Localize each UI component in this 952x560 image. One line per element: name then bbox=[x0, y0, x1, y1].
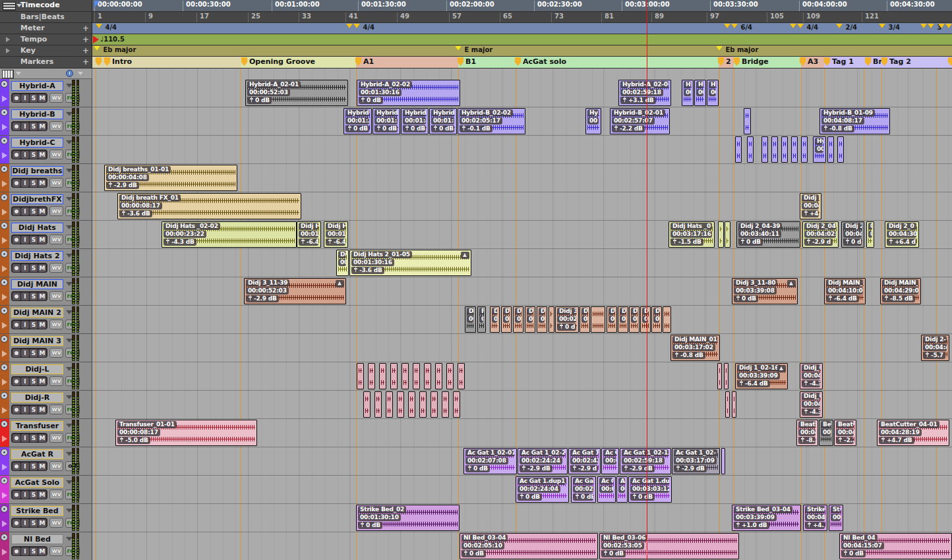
clip[interactable] bbox=[357, 363, 364, 389]
input-monitor-button[interactable]: I bbox=[21, 236, 29, 244]
clip[interactable]: Di00 bbox=[629, 306, 640, 333]
ruler-lane-timecode[interactable]: 00:00:00:0000:00:30:0000:01:00:0000:01:3… bbox=[92, 0, 952, 12]
track-name[interactable]: Hybrid-A bbox=[11, 81, 63, 91]
input-monitor-button[interactable]: I bbox=[21, 406, 29, 414]
track-name[interactable]: NI Bed bbox=[11, 534, 63, 544]
clip[interactable]: Didj H00:01:2-6.4 bbox=[324, 221, 348, 248]
marker[interactable]: Intro bbox=[95, 57, 132, 66]
clip[interactable]: Hybrid-A_02-0600:02:59:18+3.1 dB bbox=[618, 80, 671, 106]
waveform-view-button[interactable]: wv bbox=[49, 263, 63, 273]
track-collapse-circle[interactable] bbox=[1, 449, 8, 456]
mute-button[interactable]: M bbox=[38, 236, 46, 244]
clip[interactable] bbox=[453, 391, 460, 418]
clip[interactable] bbox=[721, 448, 725, 474]
input-monitor-button[interactable]: I bbox=[21, 293, 29, 300]
clip[interactable] bbox=[386, 391, 393, 418]
ruler-lane-tempo[interactable]: ♩110.5 bbox=[92, 34, 952, 45]
clip[interactable]: Didj breath FX_0100:00:08:17-3.6 dB bbox=[117, 193, 301, 219]
key-event[interactable]: E major bbox=[455, 46, 492, 53]
clip[interactable]: Hybrid-A_02-0200:01:30:160 dB bbox=[357, 80, 460, 106]
clip[interactable] bbox=[725, 221, 730, 248]
track-name[interactable]: Didj MAIN 2 bbox=[11, 308, 63, 318]
clip[interactable] bbox=[747, 136, 754, 163]
clip[interactable] bbox=[761, 136, 768, 163]
clip[interactable]: Di00 bbox=[640, 306, 651, 333]
clip[interactable] bbox=[390, 363, 398, 389]
clip[interactable] bbox=[549, 306, 554, 333]
clip[interactable] bbox=[801, 136, 808, 163]
solo-button[interactable]: S bbox=[30, 293, 38, 300]
tempo-cursor-icon[interactable] bbox=[93, 36, 99, 43]
clip[interactable] bbox=[837, 136, 844, 163]
clip[interactable]: Hybrid-A_02-0100:00:52:030 dB bbox=[245, 80, 348, 106]
input-monitor-button[interactable]: I bbox=[21, 349, 29, 357]
clip[interactable]: Di00 bbox=[513, 306, 523, 333]
add-markers-button[interactable]: + bbox=[82, 57, 89, 67]
record-arm-button[interactable] bbox=[13, 179, 20, 187]
marker[interactable]: AcGat solo bbox=[514, 57, 566, 66]
record-arm-button[interactable] bbox=[13, 123, 20, 130]
clip[interactable]: Di00 bbox=[651, 306, 662, 333]
track-lane-transfuser[interactable]: Transfuser_01-0100:00:08:17-5.0 dBBeatC0… bbox=[92, 419, 952, 447]
clip[interactable]: Hy00 bbox=[585, 108, 601, 134]
ruler-lane-markers[interactable]: IntroOpening GrooveA1B1AcGat solo2Bridge… bbox=[92, 57, 952, 69]
input-monitor-button[interactable]: I bbox=[21, 547, 29, 555]
clip[interactable]: Strike00:04:+4. bbox=[803, 505, 827, 531]
input-monitor-button[interactable]: I bbox=[21, 434, 29, 442]
waveform-view-button[interactable]: wv bbox=[49, 235, 63, 244]
clip[interactable] bbox=[717, 363, 722, 389]
waveform-view-button[interactable]: wv bbox=[49, 461, 63, 471]
track-lane-hybrid-b[interactable]: Hybrid-E00:01:250 dBHybrid-00:01:30 dBHy… bbox=[92, 107, 952, 136]
track-collapse-circle[interactable] bbox=[1, 250, 8, 258]
clip[interactable] bbox=[424, 363, 431, 389]
solo-button[interactable]: S bbox=[30, 406, 38, 414]
menu-icon[interactable] bbox=[3, 2, 16, 11]
meter-event[interactable]: 2/4 bbox=[836, 24, 857, 31]
marker[interactable]: Bridge bbox=[733, 57, 769, 66]
input-monitor-button[interactable]: I bbox=[21, 462, 29, 470]
track-name[interactable]: Didj MAIN 3 bbox=[11, 336, 63, 346]
dropdown-icon[interactable] bbox=[16, 4, 22, 7]
input-monitor-button[interactable]: I bbox=[21, 321, 29, 329]
track-lane-didj-main[interactable]: Didj 3_11-3900:00:52:03-2.9 dBDidj 3_11-… bbox=[92, 277, 952, 306]
clip[interactable] bbox=[368, 363, 375, 389]
track-collapse-circle[interactable] bbox=[1, 137, 8, 144]
track-collapse-circle[interactable] bbox=[1, 307, 8, 314]
clip[interactable]: Ac Gat 1_02-00:03:17:09-2.9 dB bbox=[672, 448, 720, 474]
clip[interactable]: Ac Gat 1_02-1300:02:59:18-2.9 dB bbox=[620, 448, 671, 474]
waveform-view-button[interactable]: wv bbox=[49, 376, 63, 386]
add-key-button[interactable]: + bbox=[82, 46, 89, 55]
track-name[interactable]: AcGat R bbox=[11, 449, 63, 459]
track-collapse-circle[interactable] bbox=[1, 477, 8, 484]
clip[interactable]: Didj MAIN_000:04:29:08-8.5 dB bbox=[880, 278, 921, 304]
track-name[interactable]: Transfuser bbox=[11, 421, 63, 431]
clip[interactable]: Didj 2-00:04:4-5.7 bbox=[921, 335, 949, 361]
mute-button[interactable]: M bbox=[38, 519, 46, 527]
solo-button[interactable]: S bbox=[30, 491, 38, 499]
clip[interactable] bbox=[458, 363, 465, 389]
clip[interactable]: Hybrid00:01:40 dB bbox=[401, 108, 429, 134]
key-event[interactable]: Eb major bbox=[94, 46, 136, 53]
marker[interactable]: Tag 2 bbox=[881, 57, 911, 66]
marker[interactable]: A3 bbox=[799, 57, 818, 66]
clip[interactable]: Didj H00:01:0-6.4 bbox=[297, 221, 321, 248]
clip[interactable]: Ac Gat 1_02-0700:02:07:080 dB bbox=[463, 448, 517, 474]
clip[interactable]: Ac G00:0 bbox=[601, 448, 619, 474]
input-monitor-button[interactable]: I bbox=[21, 519, 29, 527]
clip[interactable]: Di00 bbox=[465, 306, 476, 333]
track-collapse-circle[interactable] bbox=[1, 80, 8, 88]
track-collapse-circle[interactable] bbox=[1, 194, 8, 201]
clip[interactable]: D0 bbox=[477, 306, 486, 333]
track-lane-didj-breaths[interactable]: Didj breaths_01-0100:00:04:08-2.9 dB bbox=[92, 164, 952, 192]
mute-button[interactable]: M bbox=[38, 94, 46, 102]
track-name[interactable]: Hybrid-C bbox=[11, 138, 63, 148]
clip[interactable]: Ac Gat 100:02:42-2.9 d bbox=[568, 448, 601, 474]
clip[interactable]: Di00 bbox=[336, 250, 349, 276]
clip[interactable] bbox=[591, 306, 605, 333]
mute-button[interactable]: M bbox=[38, 434, 46, 442]
solo-button[interactable]: S bbox=[30, 434, 38, 442]
marker-flag-icon[interactable] bbox=[864, 57, 872, 66]
clip[interactable]: Didj 2_04-00:04:02:0-2.9 d bbox=[802, 221, 839, 248]
track-name[interactable]: Didj-L bbox=[11, 364, 63, 374]
track-collapse-circle[interactable] bbox=[1, 534, 8, 541]
